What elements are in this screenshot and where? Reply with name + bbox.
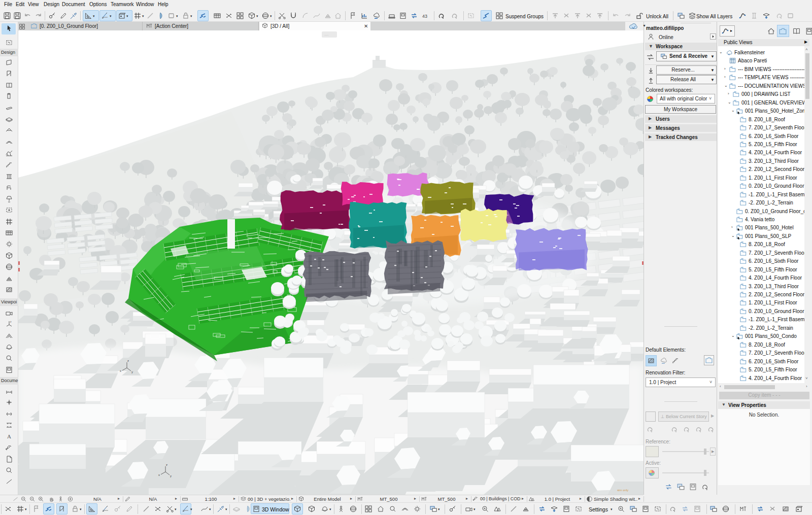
svg-text:z: z [127,359,129,362]
svg-text:z: z [10,320,12,323]
svg-text:x: x [158,473,160,476]
svg-text:y: y [170,474,172,477]
svg-text:.....: ..... [324,33,329,36]
svg-text:43: 43 [422,14,427,19]
svg-text:z: z [166,463,167,466]
svg-text:sim only: sim only [617,489,628,492]
svg-text:x: x [120,369,121,372]
svg-text:y: y [131,370,133,373]
svg-text:A: A [7,433,11,439]
